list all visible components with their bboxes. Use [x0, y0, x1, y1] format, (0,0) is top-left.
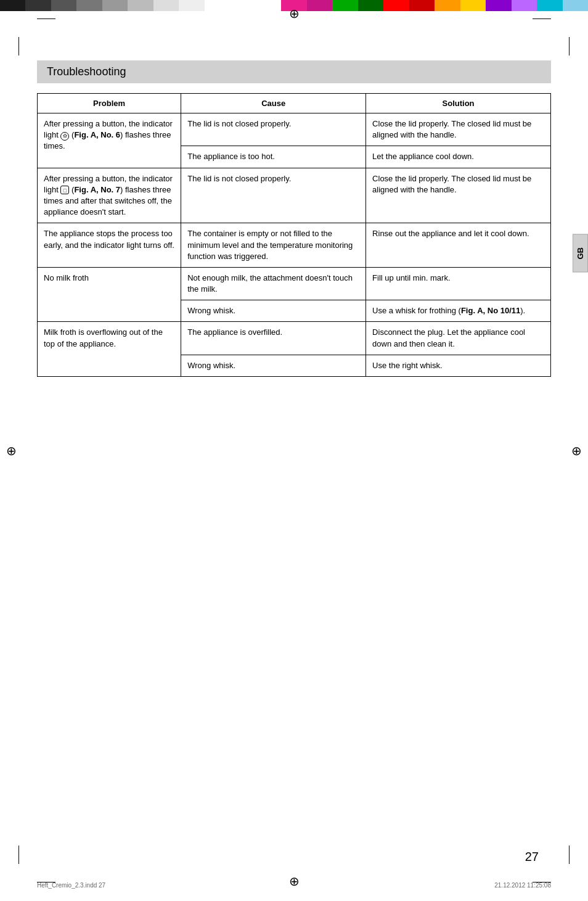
- solution-cell-2: Close the lid properly. The closed lid m…: [366, 168, 551, 223]
- footer-timestamp: 21.12.2012 11:25:08: [494, 882, 551, 889]
- table-header-row: Problem Cause Solution: [38, 94, 551, 113]
- color-bar-segment: [460, 0, 486, 11]
- color-bar-segment: [256, 0, 281, 11]
- page-number-value: 27: [525, 850, 539, 863]
- color-bar-segment: [153, 0, 179, 11]
- header-solution: Solution: [366, 94, 551, 113]
- color-bar-segment: [307, 0, 332, 11]
- color-bar-segment: [383, 0, 409, 11]
- solution-cell-5a: Disconnect the plug. Let the appliance c…: [366, 322, 551, 355]
- registration-mark-right: ⊕: [571, 443, 582, 458]
- problem-cell-5: Milk froth is overflowing out of the top…: [38, 322, 181, 377]
- cause-cell-4a: Not enough milk, the attachment doesn't …: [181, 267, 366, 300]
- problem-cell-2: After pressing a button, the indicator l…: [38, 168, 181, 223]
- color-bar-segment: [409, 0, 435, 11]
- table-row: No milk froth Not enough milk, the attac…: [38, 267, 551, 300]
- trim-mark-bottom-left: [18, 845, 19, 864]
- color-bar-segment: [332, 0, 357, 11]
- solution-cell-3: Rinse out the appliance and let it cool …: [366, 223, 551, 268]
- registration-mark-bottom: ⊕: [289, 874, 300, 889]
- color-bar-segment: [358, 0, 383, 11]
- registration-mark-left: ⊕: [6, 443, 17, 458]
- trim-mark-right-top: [533, 19, 551, 19]
- cause-cell-1a: The lid is not closed properly.: [181, 113, 366, 146]
- color-bar-segment: [512, 0, 537, 11]
- cause-cell-5a: The appliance is overfilled.: [181, 322, 366, 355]
- header-cause: Cause: [181, 94, 366, 113]
- color-bar-segment: [76, 0, 102, 11]
- color-bar-segment: [205, 0, 230, 11]
- header-problem: Problem: [38, 94, 181, 113]
- page-content: Troubleshooting Problem Cause Solution A…: [0, 11, 588, 414]
- trim-mark-left-top: [37, 19, 55, 19]
- language-label: GB: [576, 247, 585, 260]
- color-bar-segment: [0, 0, 25, 11]
- table-row: The appliance stops the process too earl…: [38, 223, 551, 268]
- solution-cell-4b: Use a whisk for frothing (Fig. A, No 10/…: [366, 300, 551, 322]
- problem-cell-4: No milk froth: [38, 267, 181, 322]
- trim-mark-top-right: [569, 37, 570, 56]
- solution-cell-1a: Close the lid properly. The closed lid m…: [366, 113, 551, 146]
- cause-cell-1b: The appliance is too hot.: [181, 146, 366, 168]
- footer-left: Heft_Cremio_2.3.indd 27: [37, 882, 105, 889]
- color-bar-segment: [563, 0, 588, 11]
- section-title: Troubleshooting: [47, 65, 541, 78]
- color-bar-segment: [51, 0, 76, 11]
- color-bar-segment: [230, 0, 255, 11]
- cause-cell-4b: Wrong whisk.: [181, 300, 366, 322]
- footer-right: 21.12.2012 11:25:08: [494, 882, 551, 889]
- cause-cell-5b: Wrong whisk.: [181, 355, 366, 376]
- color-bar-segment: [128, 0, 153, 11]
- table-row: Milk froth is overflowing out of the top…: [38, 322, 551, 355]
- color-bar-segment: [25, 0, 51, 11]
- table-row: After pressing a button, the indicator l…: [38, 168, 551, 223]
- trim-mark-top-left: [18, 37, 19, 56]
- cause-cell-2: The lid is not closed properly.: [181, 168, 366, 223]
- language-tab: GB: [573, 234, 588, 273]
- trim-mark-bottom-right: [569, 845, 570, 864]
- problem-cell-3: The appliance stops the process too earl…: [38, 223, 181, 268]
- problem-cell-1: After pressing a button, the indicator l…: [38, 113, 181, 168]
- table-row: After pressing a button, the indicator l…: [38, 113, 551, 146]
- footer-filename: Heft_Cremio_2.3.indd 27: [37, 882, 105, 889]
- color-bar-segment: [537, 0, 562, 11]
- solution-cell-1b: Let the appliance cool down.: [366, 146, 551, 168]
- section-header: Troubleshooting: [37, 60, 551, 83]
- cause-cell-3: The container is empty or not filled to …: [181, 223, 366, 268]
- solution-cell-4a: Fill up until min. mark.: [366, 267, 551, 300]
- color-bar-segment: [435, 0, 460, 11]
- registration-mark-top: ⊕: [289, 6, 300, 21]
- troubleshooting-table: Problem Cause Solution After pressing a …: [37, 93, 551, 377]
- page-number: 27: [525, 850, 539, 864]
- color-bar-segment: [102, 0, 128, 11]
- color-bar-segment: [179, 0, 204, 11]
- color-bar-segment: [486, 0, 511, 11]
- solution-cell-5b: Use the right whisk.: [366, 355, 551, 376]
